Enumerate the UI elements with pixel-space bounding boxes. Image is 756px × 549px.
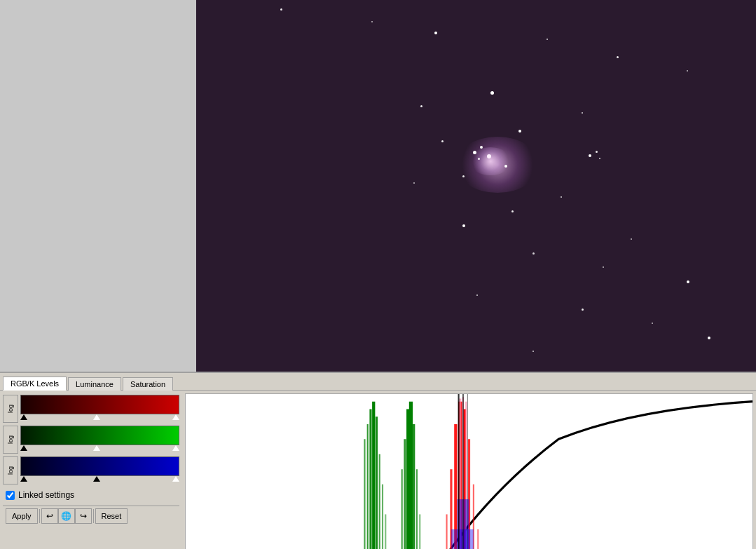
star bbox=[596, 151, 598, 153]
green-black-point-slider[interactable] bbox=[20, 445, 27, 451]
star bbox=[504, 165, 507, 168]
toolbar-separator-1 bbox=[39, 509, 40, 523]
star bbox=[511, 210, 514, 212]
bottom-panel: RGB/K Levels Luminance Saturation log bbox=[0, 372, 756, 549]
star-bright bbox=[487, 154, 491, 158]
red-slider-row bbox=[20, 414, 179, 423]
star bbox=[582, 112, 583, 114]
tab-luminance[interactable]: Luminance bbox=[68, 377, 121, 391]
star bbox=[420, 105, 422, 107]
green-slider-row bbox=[20, 445, 179, 454]
red-white-point-slider[interactable] bbox=[172, 414, 179, 420]
green-log-button[interactable]: log bbox=[3, 426, 18, 454]
star bbox=[561, 196, 562, 198]
blue-log-button[interactable]: log bbox=[3, 456, 18, 484]
histogram-svg bbox=[186, 394, 752, 549]
star bbox=[687, 280, 689, 283]
apply-button[interactable]: Apply bbox=[6, 508, 38, 524]
blue-slider-row bbox=[20, 476, 179, 484]
star bbox=[462, 224, 465, 227]
star bbox=[532, 351, 534, 352]
star-cluster bbox=[480, 146, 483, 149]
star bbox=[434, 32, 437, 34]
star bbox=[532, 252, 535, 255]
blue-channel-row: log bbox=[3, 456, 179, 484]
star bbox=[617, 56, 619, 58]
star bbox=[518, 130, 521, 133]
histogram-area bbox=[185, 393, 753, 549]
star bbox=[476, 294, 478, 296]
star bbox=[371, 21, 373, 22]
world-button[interactable]: 🌐 bbox=[58, 508, 75, 524]
linked-settings-checkbox[interactable] bbox=[6, 491, 15, 500]
red-gradient-bar bbox=[20, 395, 179, 414]
controls-histogram: log log bbox=[0, 390, 756, 549]
star bbox=[631, 238, 632, 240]
green-white-point-slider[interactable] bbox=[172, 445, 179, 451]
image-display bbox=[196, 0, 756, 372]
left-panel bbox=[0, 0, 196, 372]
tab-saturation[interactable]: Saturation bbox=[123, 377, 173, 391]
main-area bbox=[0, 0, 756, 372]
redo-button[interactable]: ↪ bbox=[75, 508, 92, 524]
green-gradient-bar bbox=[20, 426, 179, 445]
red-midpoint-slider[interactable] bbox=[93, 414, 100, 420]
star bbox=[708, 337, 710, 339]
blue-gradient-bar bbox=[20, 456, 179, 476]
red-log-button[interactable]: log bbox=[3, 395, 18, 423]
star bbox=[687, 70, 688, 72]
green-channel-gradient bbox=[20, 426, 179, 454]
tabs-row: RGB/K Levels Luminance Saturation bbox=[0, 373, 756, 390]
star bbox=[280, 8, 282, 11]
green-midpoint-slider[interactable] bbox=[93, 445, 100, 451]
green-channel-row: log bbox=[3, 426, 179, 454]
star bbox=[413, 182, 415, 184]
blue-black-point-slider[interactable] bbox=[20, 476, 27, 482]
blue-midpoint-slider[interactable] bbox=[93, 476, 100, 482]
bottom-toolbar: Apply ↩ 🌐 ↪ Reset bbox=[3, 506, 179, 525]
red-channel-gradient bbox=[20, 395, 179, 423]
red-channel-row: log bbox=[3, 395, 179, 423]
blue-white-point-slider[interactable] bbox=[172, 476, 179, 482]
reset-button[interactable]: Reset bbox=[95, 508, 128, 524]
star bbox=[462, 175, 465, 177]
star bbox=[652, 323, 653, 324]
linked-settings-label: Linked settings bbox=[18, 490, 74, 500]
star-cluster bbox=[473, 151, 476, 154]
blue-channel-gradient bbox=[20, 456, 179, 484]
undo-button[interactable]: ↩ bbox=[41, 508, 58, 524]
star bbox=[490, 91, 494, 95]
star bbox=[441, 140, 444, 142]
red-black-point-slider[interactable] bbox=[20, 414, 27, 420]
star-field-image bbox=[196, 0, 756, 372]
star bbox=[547, 39, 548, 40]
linked-settings-row: Linked settings bbox=[3, 487, 179, 503]
star bbox=[582, 309, 584, 311]
star bbox=[599, 158, 600, 159]
channel-controls: log log bbox=[0, 391, 182, 549]
toolbar-separator-2 bbox=[93, 509, 94, 523]
star bbox=[603, 266, 604, 268]
star-cluster bbox=[478, 158, 480, 160]
star bbox=[589, 154, 591, 157]
tab-rgb-levels[interactable]: RGB/K Levels bbox=[3, 377, 67, 391]
